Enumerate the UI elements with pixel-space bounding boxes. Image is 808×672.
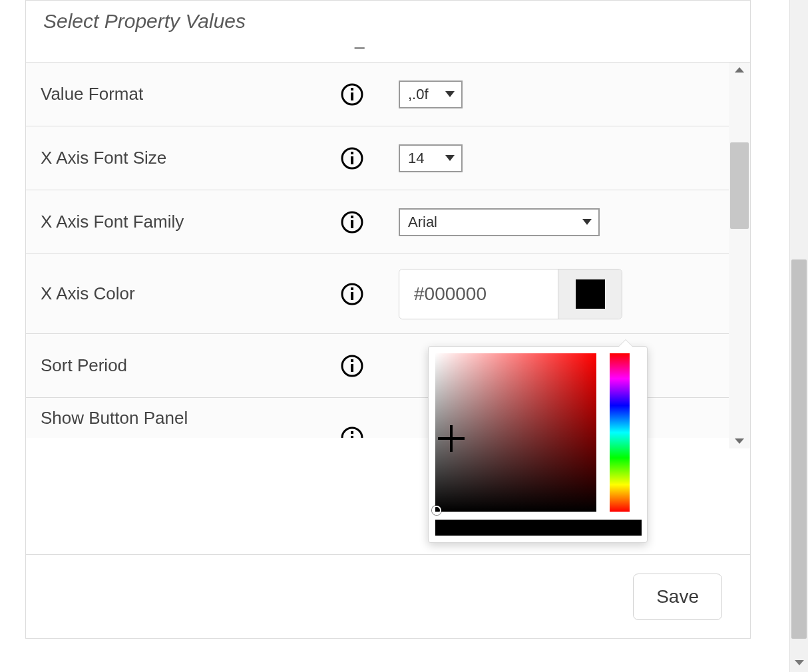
svg-rect-2 bbox=[351, 88, 353, 90]
inner-scrollbar[interactable] bbox=[729, 63, 750, 448]
svg-rect-16 bbox=[351, 436, 353, 438]
svg-rect-11 bbox=[351, 287, 353, 290]
save-button[interactable]: Save bbox=[633, 574, 722, 620]
label-sort-period: Sort Period bbox=[39, 355, 332, 376]
select-x-axis-font-family[interactable]: Arial bbox=[399, 208, 600, 236]
chevron-down-icon bbox=[445, 155, 455, 161]
svg-rect-1 bbox=[351, 92, 353, 100]
svg-rect-5 bbox=[351, 152, 353, 154]
select-x-axis-font-size-value: 14 bbox=[408, 150, 424, 167]
select-x-axis-font-family-value: Arial bbox=[408, 214, 437, 231]
info-icon[interactable] bbox=[332, 282, 372, 306]
row-x-axis-font-size: X Axis Font Size 14 bbox=[26, 126, 729, 190]
svg-rect-4 bbox=[351, 156, 353, 164]
label-show-button-panel: Show Button Panel bbox=[39, 408, 332, 428]
info-icon[interactable] bbox=[332, 83, 372, 106]
color-hue-slider[interactable] bbox=[610, 353, 630, 512]
color-swatch bbox=[576, 279, 605, 309]
info-icon[interactable] bbox=[332, 210, 372, 234]
color-preview-bar bbox=[435, 520, 642, 536]
info-icon[interactable] bbox=[332, 426, 372, 438]
color-swatch-button[interactable] bbox=[558, 269, 622, 319]
select-value-format-value: ,.0f bbox=[408, 86, 429, 103]
color-input-x-axis: #000000 bbox=[399, 269, 622, 319]
chevron-down-icon bbox=[445, 91, 455, 97]
scroll-down-icon[interactable] bbox=[729, 434, 750, 448]
control-x-axis-font-size: 14 bbox=[372, 144, 715, 172]
color-crosshair-icon bbox=[438, 425, 465, 452]
svg-rect-7 bbox=[351, 220, 353, 228]
label-value-format: Value Format bbox=[39, 84, 332, 104]
color-selected-ring-icon bbox=[432, 506, 441, 515]
svg-rect-13 bbox=[351, 364, 353, 372]
color-picker-popover bbox=[428, 346, 648, 543]
color-hex-input[interactable]: #000000 bbox=[399, 269, 558, 319]
row-value-format: Value Format ,.0f bbox=[26, 63, 729, 126]
select-value-format[interactable]: ,.0f bbox=[399, 81, 463, 108]
control-x-axis-color: #000000 bbox=[372, 269, 715, 319]
select-x-axis-font-size[interactable]: 14 bbox=[399, 144, 463, 172]
control-value-format: ,.0f bbox=[372, 81, 715, 108]
properties-card: Select Property Values _ Value Format ,.… bbox=[25, 0, 751, 639]
inner-scroll-thumb[interactable] bbox=[730, 142, 749, 229]
panel-footer: Save bbox=[26, 554, 750, 638]
scroll-up-icon[interactable] bbox=[729, 63, 750, 77]
popover-pointer-icon bbox=[619, 340, 632, 347]
label-x-axis-color: X Axis Color bbox=[39, 283, 332, 304]
control-x-axis-font-family: Arial bbox=[372, 208, 715, 236]
svg-rect-17 bbox=[351, 431, 353, 434]
svg-rect-8 bbox=[351, 216, 353, 218]
row-x-axis-font-family: X Axis Font Family Arial bbox=[26, 190, 729, 254]
svg-rect-14 bbox=[351, 359, 353, 362]
page-scroll-thumb[interactable] bbox=[791, 259, 807, 639]
info-icon[interactable] bbox=[332, 354, 372, 378]
page-scroll-down-icon[interactable] bbox=[790, 653, 808, 672]
section-header: Select Property Values _ bbox=[26, 0, 750, 63]
row-x-axis-color: X Axis Color #000000 bbox=[26, 254, 729, 334]
chevron-down-icon bbox=[582, 219, 592, 225]
color-sv-area[interactable] bbox=[435, 353, 596, 512]
page-scrollbar[interactable] bbox=[789, 0, 808, 672]
svg-rect-10 bbox=[351, 292, 353, 300]
info-icon[interactable] bbox=[332, 146, 372, 170]
label-x-axis-font-size: X Axis Font Size bbox=[39, 148, 332, 168]
section-title-text: Select Property Values bbox=[43, 10, 246, 32]
label-x-axis-font-family: X Axis Font Family bbox=[39, 212, 332, 232]
section-collapse-icon[interactable]: _ bbox=[355, 29, 364, 50]
